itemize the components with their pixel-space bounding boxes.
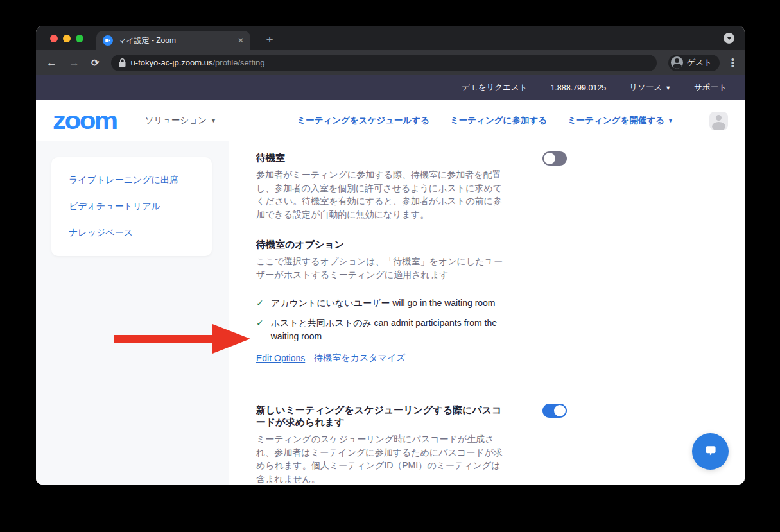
zoom-logo[interactable]: zoom [53, 108, 117, 133]
list-item: ✓ ホストと共同ホストのみ can admit participants fro… [256, 316, 500, 343]
support-link[interactable]: サポート [694, 82, 727, 93]
arrow-shaft [114, 335, 212, 343]
guest-avatar-icon [671, 56, 683, 69]
zoom-favicon-icon [103, 35, 113, 46]
passcode-text: 新しいミーティングをスケジューリングする際にパスコードが求められます ミーティン… [256, 404, 508, 485]
reload-button[interactable]: ⟳ [91, 57, 100, 69]
chat-bubble-icon [702, 443, 719, 460]
site-nav: ミーティングをスケジュールする ミーティングに参加する ミーティングを開催する▼ [297, 112, 728, 130]
schedule-meeting-link[interactable]: ミーティングをスケジュールする [297, 115, 429, 126]
browser-toolbar: ← → ⟳ u-tokyo-ac-jp.zoom.us/profile/sett… [36, 50, 745, 75]
host-meeting-menu[interactable]: ミーティングを開催する▼ [568, 115, 673, 126]
url-text: u-tokyo-ac-jp.zoom.us/profile/setting [131, 58, 265, 67]
sidebar-card: ライブトレーニングに出席 ビデオチュートリアル ナレッジベース [51, 157, 212, 256]
address-bar[interactable]: u-tokyo-ac-jp.zoom.us/profile/setting [111, 55, 657, 71]
tab-search-button[interactable] [724, 33, 734, 44]
url-host: u-tokyo-ac-jp.zoom.us [131, 58, 213, 67]
browser-window: マイ設定 - Zoom ✕ + ← → ⟳ u-tokyo-ac-jp.zoom… [36, 26, 745, 485]
fullscreen-window-button[interactable] [76, 35, 83, 42]
resources-menu[interactable]: リソース▼ [629, 82, 671, 93]
setting-waiting-room-options: 待機室のオプション ここで選択するオプションは、「待機室」をオンにしたユーザーが… [256, 238, 508, 364]
profile-guest-button[interactable]: ゲスト [668, 55, 719, 71]
passcode-description: ミーティングのスケジューリング時にパスコードが生成され、参加者はミーテイングに参… [256, 433, 508, 485]
toggle-knob [544, 153, 555, 164]
chevron-down-icon: ▼ [665, 85, 671, 91]
annotation-arrow-icon [114, 324, 250, 354]
support-label: サポート [694, 82, 727, 93]
sidebar-link-knowledge-base[interactable]: ナレッジベース [69, 227, 199, 239]
page-content: ライブトレーニングに出席 ビデオチュートリアル ナレッジベース 待機室 参加者が… [36, 141, 745, 485]
waiting-room-title: 待機室 [256, 151, 508, 164]
checkmark-icon: ✓ [256, 316, 264, 343]
settings-main: 待機室 参加者がミーティングに参加する際、待機室に参加者を配置し、参加者の入室を… [229, 141, 745, 485]
waiting-room-options-description: ここで選択するオプションは、「待機室」をオンにしたユーザーがホストするミーティン… [256, 255, 508, 281]
passcode-title: 新しいミーティングをスケジューリングする際にパスコードが求められます [256, 404, 508, 428]
phone-number-label: 1.888.799.0125 [550, 83, 606, 92]
waiting-room-toggle[interactable] [542, 151, 567, 166]
schedule-meeting-label: ミーティングをスケジュールする [297, 115, 429, 126]
guest-label: ゲスト [687, 57, 711, 68]
new-tab-button[interactable]: + [262, 32, 277, 47]
toggle-knob [554, 405, 566, 416]
url-path: /profile/setting [212, 58, 264, 67]
waiting-room-links: Edit Options 待機室をカスタマイズ [256, 352, 508, 364]
sidebar-link-live-training[interactable]: ライブトレーニングに出席 [69, 175, 199, 186]
chat-support-button[interactable] [692, 433, 729, 470]
minimize-window-button[interactable] [63, 35, 71, 42]
browser-menu-icon[interactable]: ••• [731, 58, 734, 67]
close-window-button[interactable] [50, 35, 58, 42]
option-text: ホストと共同ホストのみ can admit participants from … [271, 316, 500, 343]
resources-label: リソース [629, 82, 662, 93]
window-controls [50, 35, 83, 42]
tab-strip: マイ設定 - Zoom ✕ + [36, 26, 745, 50]
arrow-head [212, 324, 250, 354]
chevron-down-icon: ▼ [668, 117, 673, 124]
tab-close-icon[interactable]: ✕ [238, 36, 244, 45]
request-demo-label: デモをリクエスト [462, 82, 527, 93]
solutions-menu[interactable]: ソリューション ▼ [145, 115, 216, 126]
back-button[interactable]: ← [46, 57, 57, 68]
waiting-room-text: 待機室 参加者がミーティングに参加する際、待機室に参加者を配置し、参加者の入室を… [256, 151, 508, 221]
edit-options-link[interactable]: Edit Options [256, 353, 305, 363]
account-avatar[interactable] [709, 112, 728, 130]
forward-button[interactable]: → [69, 57, 80, 68]
request-demo-link[interactable]: デモをリクエスト [462, 82, 527, 93]
waiting-room-options-list: ✓ アカウントにいないユーザー will go in the waiting r… [256, 296, 508, 343]
setting-passcode: 新しいミーティングをスケジューリングする際にパスコードが求められます ミーティン… [256, 404, 745, 485]
chevron-down-icon [727, 37, 732, 40]
sidebar-link-video-tutorials[interactable]: ビデオチュートリアル [69, 201, 199, 212]
section-divider [256, 364, 745, 404]
site-header: zoom ソリューション ▼ ミーティングをスケジュールする ミーティングに参加… [36, 100, 745, 141]
host-meeting-label: ミーティングを開催する [568, 115, 664, 126]
checkmark-icon: ✓ [256, 296, 264, 310]
customize-waiting-room-link[interactable]: 待機室をカスタマイズ [314, 352, 405, 364]
passcode-toggle[interactable] [542, 404, 567, 418]
waiting-room-description: 参加者がミーティングに参加する際、待機室に参加者を配置し、参加者の入室を個別に許… [256, 168, 508, 221]
waiting-room-options-title: 待機室のオプション [256, 238, 508, 250]
sidebar: ライブトレーニングに出席 ビデオチュートリアル ナレッジベース [36, 141, 229, 485]
solutions-label: ソリューション [145, 115, 207, 126]
browser-tab[interactable]: マイ設定 - Zoom ✕ [96, 31, 250, 50]
lock-icon [119, 58, 126, 67]
setting-waiting-room: 待機室 参加者がミーティングに参加する際、待機室に参加者を配置し、参加者の入室を… [256, 151, 745, 221]
join-meeting-label: ミーティングに参加する [450, 115, 547, 126]
phone-number-link[interactable]: 1.888.799.0125 [550, 83, 606, 92]
option-text: アカウントにいないユーザー will go in the waiting roo… [271, 296, 496, 310]
chevron-down-icon: ▼ [211, 117, 216, 124]
list-item: ✓ アカウントにいないユーザー will go in the waiting r… [256, 296, 500, 310]
join-meeting-link[interactable]: ミーティングに参加する [450, 115, 547, 126]
tab-title: マイ設定 - Zoom [118, 35, 232, 46]
site-topbar: デモをリクエスト 1.888.799.0125 リソース▼ サポート [36, 75, 745, 100]
